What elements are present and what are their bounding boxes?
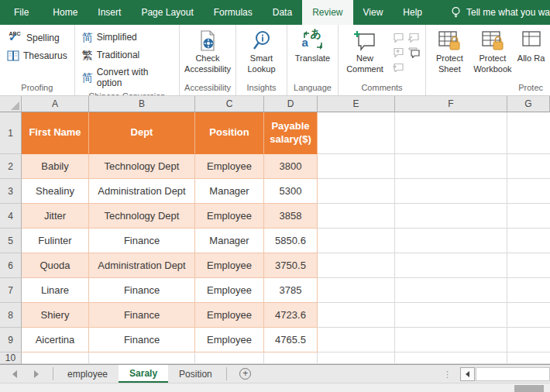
- cell-a7[interactable]: Linare: [22, 278, 89, 303]
- allow-edit-ranges-button[interactable]: Allo Ra: [516, 27, 546, 64]
- cell-e2[interactable]: [318, 154, 395, 179]
- cell-c4[interactable]: Employee: [195, 204, 264, 229]
- tab-home[interactable]: Home: [43, 0, 88, 25]
- cell-f5[interactable]: [395, 229, 507, 253]
- cell-g2[interactable]: [507, 154, 550, 179]
- tab-formulas[interactable]: Formulas: [204, 0, 263, 25]
- sheet-tab-saraly[interactable]: Saraly: [119, 365, 168, 383]
- sheet-tab-employee[interactable]: employee: [57, 365, 119, 383]
- previous-comment-icon[interactable]: [406, 30, 421, 45]
- cell-d2[interactable]: 3800: [264, 154, 318, 179]
- cell-e4[interactable]: [318, 204, 395, 229]
- cell-g6[interactable]: [507, 253, 550, 278]
- column-header-g[interactable]: G: [507, 96, 550, 112]
- cell-b3[interactable]: Administration Dept: [89, 179, 195, 204]
- column-header-b[interactable]: B: [89, 96, 195, 112]
- cell-g7[interactable]: [507, 278, 550, 303]
- simplified-button[interactable]: 简 Simplified: [79, 29, 175, 45]
- cell-d9[interactable]: 4765.5: [264, 328, 318, 352]
- cell-b6[interactable]: Administration Dept: [89, 253, 195, 278]
- tell-me-box[interactable]: Tell me what you wa: [451, 0, 550, 25]
- row-header-4[interactable]: 4: [0, 204, 22, 229]
- cell-d8[interactable]: 4723.6: [264, 303, 318, 328]
- cell-f9[interactable]: [395, 328, 507, 352]
- column-header-a[interactable]: A: [22, 96, 89, 112]
- column-header-e[interactable]: E: [318, 96, 395, 112]
- protect-workbook-button[interactable]: Protect Workbook: [469, 27, 516, 75]
- row-header-5[interactable]: 5: [0, 229, 22, 253]
- sheet-nav-left-icon[interactable]: [12, 370, 17, 378]
- cell-b9[interactable]: Finance: [89, 328, 195, 352]
- cell-g4[interactable]: [507, 204, 550, 229]
- cell-d10[interactable]: [264, 352, 318, 364]
- cell-f4[interactable]: [395, 204, 507, 229]
- tab-insert[interactable]: Insert: [88, 0, 131, 25]
- cell-c2[interactable]: Employee: [195, 154, 264, 179]
- cell-b5[interactable]: Finance: [89, 229, 195, 253]
- check-accessibility-button[interactable]: Check Accessibility: [184, 27, 232, 75]
- tab-file[interactable]: File: [0, 0, 43, 25]
- cell-a5[interactable]: Fulinter: [22, 229, 89, 253]
- row-header-6[interactable]: 6: [0, 253, 22, 278]
- cell-f8[interactable]: [395, 303, 507, 328]
- cell-d6[interactable]: 3750.5: [264, 253, 318, 278]
- cell-a8[interactable]: Shiery: [22, 303, 89, 328]
- tab-data[interactable]: Data: [263, 0, 302, 25]
- new-comment-button[interactable]: New Comment: [342, 27, 387, 75]
- cell-b2[interactable]: Technology Dept: [89, 154, 195, 179]
- cell-c8[interactable]: Employee: [195, 303, 264, 328]
- sheet-nav-right-icon[interactable]: [34, 370, 39, 378]
- cell-f6[interactable]: [395, 253, 507, 278]
- cell-g3[interactable]: [507, 179, 550, 204]
- cell-f7[interactable]: [395, 278, 507, 303]
- cell-g9[interactable]: [507, 328, 550, 352]
- cell-g1[interactable]: [507, 112, 550, 154]
- cell-c6[interactable]: Employee: [195, 253, 264, 278]
- cell-f2[interactable]: [395, 154, 507, 179]
- column-header-f[interactable]: F: [395, 96, 507, 112]
- tab-page-layout[interactable]: Page Layout: [131, 0, 203, 25]
- cell-c5[interactable]: Manager: [195, 229, 264, 253]
- cell-e6[interactable]: [318, 253, 395, 278]
- horizontal-scrollbar[interactable]: [476, 367, 550, 381]
- cell-g10[interactable]: [507, 352, 550, 364]
- new-sheet-button[interactable]: +: [230, 365, 261, 383]
- spelling-button[interactable]: ABC✓ Spelling: [4, 29, 70, 46]
- cell-b8[interactable]: Finance: [89, 303, 195, 328]
- traditional-button[interactable]: 繁 Traditional: [79, 47, 175, 63]
- protect-sheet-button[interactable]: Protect Sheet: [430, 27, 469, 75]
- smart-lookup-button[interactable]: Smart Lookup: [240, 27, 283, 75]
- cell-b1[interactable]: Dept: [89, 112, 195, 154]
- cell-e7[interactable]: [318, 278, 395, 303]
- cell-c7[interactable]: Employee: [195, 278, 264, 303]
- cell-f10[interactable]: [395, 352, 507, 364]
- cell-e8[interactable]: [318, 303, 395, 328]
- cell-d1[interactable]: Payable salary($): [264, 112, 318, 154]
- cell-a1[interactable]: First Name: [22, 112, 89, 154]
- cell-g5[interactable]: [507, 229, 550, 253]
- cell-b10[interactable]: [89, 352, 195, 364]
- cell-e3[interactable]: [318, 179, 395, 204]
- row-header-2[interactable]: 2: [0, 154, 22, 179]
- cell-c10[interactable]: [195, 352, 264, 364]
- row-header-8[interactable]: 8: [0, 303, 22, 328]
- next-comment-icon[interactable]: [390, 45, 406, 60]
- delete-comment-icon[interactable]: [390, 30, 406, 45]
- cell-g8[interactable]: [507, 303, 550, 328]
- hscroll-left-button[interactable]: [460, 367, 475, 381]
- row-header-3[interactable]: 3: [0, 179, 22, 204]
- cell-c9[interactable]: Employee: [195, 328, 264, 352]
- show-all-comments-icon[interactable]: [390, 60, 406, 74]
- cell-a6[interactable]: Quoda: [22, 253, 89, 278]
- show-hide-comment-icon[interactable]: [406, 45, 421, 60]
- row-header-10[interactable]: 10: [0, 352, 22, 364]
- cell-e10[interactable]: [318, 352, 395, 364]
- cell-a4[interactable]: Jitter: [22, 204, 89, 229]
- cell-a10[interactable]: [22, 352, 89, 364]
- cell-c3[interactable]: Manager: [195, 179, 264, 204]
- row-header-9[interactable]: 9: [0, 328, 22, 352]
- row-header-1[interactable]: 1: [0, 112, 22, 154]
- cell-d7[interactable]: 3785: [264, 278, 318, 303]
- cell-d3[interactable]: 5300: [264, 179, 318, 204]
- cell-b4[interactable]: Technology Dept: [89, 204, 195, 229]
